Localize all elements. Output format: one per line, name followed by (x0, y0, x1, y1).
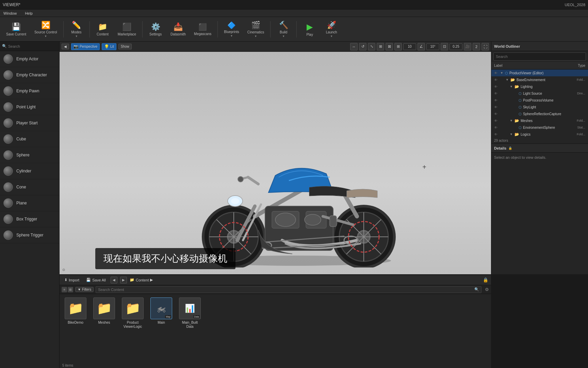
eye-icon[interactable]: 👁 (494, 126, 499, 129)
grid-snap[interactable]: ⊞ (394, 43, 402, 50)
asset-bike-demo[interactable]: 📁BikeDemo (64, 297, 87, 325)
outliner-item-environment-sphere[interactable]: 👁⬡EnvironementSphereStat... (491, 124, 588, 131)
place-item-sphere-trigger[interactable]: Sphere Trigger (0, 227, 59, 243)
place-item-cone[interactable]: Cone (0, 179, 59, 195)
cb-settings-button[interactable]: ⚙ (485, 287, 489, 292)
outliner-item-light-source[interactable]: 👁⬡Light SourceDire... (491, 90, 588, 97)
cylinder-label: Cylinder (16, 169, 31, 173)
content-search-input[interactable] (98, 288, 474, 292)
scale-tool[interactable]: ⤡ (368, 43, 375, 50)
nav-back-button[interactable]: ◀ (111, 277, 117, 283)
expand-icon[interactable]: ▼ (506, 78, 509, 81)
datasmith-icon: 📥 (174, 22, 183, 31)
place-item-box-trigger[interactable]: Box Trigger (0, 211, 59, 227)
save-current-button[interactable]: 💾 Save Current (3, 21, 30, 37)
asset-product-viewer-logic[interactable]: 📁Product ViewerLogic (121, 297, 145, 329)
place-item-cylinder[interactable]: Cylinder (0, 163, 59, 179)
viewport-canvas[interactable]: + ⊙ (60, 52, 491, 274)
sky-light-label: SkyLight (523, 105, 585, 109)
grid-size-input[interactable] (403, 43, 416, 50)
filters-button[interactable]: ▼ Filters (75, 287, 94, 292)
scale-snap[interactable]: ⊡ (441, 43, 448, 50)
build-button[interactable]: 🔨 Build ▼ (273, 19, 294, 39)
nav-forward-button[interactable]: ▶ (120, 277, 127, 283)
place-search-input[interactable] (8, 44, 57, 48)
place-item-player-start[interactable]: Player Start (0, 115, 59, 131)
lit-button[interactable]: 💡 Lit (102, 43, 116, 50)
eye-icon[interactable]: 👁 (494, 98, 499, 102)
menu-help[interactable]: Help (23, 11, 35, 16)
place-items-list: Empty ActorEmpty CharacterEmpty PawnPoin… (0, 51, 59, 243)
expand-icon[interactable]: ▼ (500, 71, 504, 75)
eye-icon[interactable]: 👁 (494, 133, 499, 136)
menu-window[interactable]: Window (1, 11, 19, 16)
eye-icon[interactable]: 👁 (494, 78, 499, 82)
place-item-empty-actor[interactable]: Empty Actor (0, 51, 59, 67)
datasmith-button[interactable]: 📥 Datasmith (167, 21, 189, 37)
place-item-point-light[interactable]: Point Light (0, 99, 59, 115)
perspective-button[interactable]: 📷 Perspective (71, 43, 100, 50)
angle-input[interactable] (426, 43, 439, 50)
eye-icon[interactable]: 👁 (494, 92, 499, 95)
megascans-label: Megascans (194, 32, 211, 36)
camera-speed[interactable]: 🎥 (464, 43, 471, 50)
megascans-button[interactable]: ⬛ Megascans (191, 21, 215, 37)
list-view-icon[interactable]: ≡ (62, 287, 67, 292)
local-world-toggle[interactable]: ⊞ (377, 43, 384, 50)
outliner-item-base-environment[interactable]: 👁▼📂BaseEnvironementFold... (491, 76, 588, 83)
place-item-plane[interactable]: Plane (0, 195, 59, 211)
eye-icon[interactable]: 👁 (494, 85, 499, 89)
eye-icon[interactable]: 👁 (494, 71, 499, 75)
fullscreen-button[interactable]: ⛶ (481, 43, 489, 50)
launch-label: Launch (326, 30, 337, 34)
expand-icon[interactable]: ▼ (510, 85, 513, 88)
asset-main-built-data[interactable]: 📊DataMain_Built Data (178, 297, 202, 329)
scale-input[interactable] (450, 43, 462, 50)
launch-button[interactable]: 🚀 Launch ▼ (321, 19, 342, 39)
content-button[interactable]: 📁 Content (93, 21, 113, 37)
place-item-sphere[interactable]: Sphere (0, 147, 59, 163)
save-all-button[interactable]: 💾 Save All (84, 277, 108, 283)
cinematics-button[interactable]: 🎬 Cinematics ▼ (244, 19, 267, 39)
place-item-empty-character[interactable]: Empty Character (0, 67, 59, 83)
outliner-search-input[interactable] (496, 55, 584, 59)
angle-snap[interactable]: ∠ (418, 43, 425, 50)
import-button[interactable]: ⬇ Import (62, 277, 81, 283)
surface-snap[interactable]: ⊠ (386, 43, 393, 50)
outliner-item-product-viewer-editor[interactable]: 👁▼⬡ProductViewer (Editor) (491, 70, 588, 76)
cb-lock-button[interactable]: 🔒 (483, 277, 488, 282)
marketplace-button[interactable]: ⬛ Marketplace (114, 21, 140, 37)
outliner-item-sky-light[interactable]: 👁⬡SkyLight (491, 104, 588, 110)
eye-icon[interactable]: 👁 (494, 105, 499, 109)
modes-button[interactable]: ✏️ Modes ▼ (66, 19, 87, 39)
actor-icon: ⬡ (505, 71, 508, 75)
outliner-item-meshes-folder[interactable]: 👁▼📂MeshesFold... (491, 117, 588, 124)
svg-point-24 (238, 177, 243, 182)
rotate-tool[interactable]: ↺ (359, 43, 366, 50)
asset-meshes[interactable]: 📁Meshes (92, 297, 116, 325)
translate-tool[interactable]: ↔ (350, 43, 358, 50)
asset-main[interactable]: 🏍MapMain (149, 297, 173, 325)
eye-icon[interactable]: 👁 (494, 112, 499, 116)
content-path[interactable]: Content (136, 278, 149, 282)
camera-speed-value[interactable]: 2 (473, 43, 480, 50)
grid-view-icon[interactable]: ⊞ (68, 287, 73, 292)
expand-icon[interactable]: ▼ (510, 133, 513, 136)
eye-icon[interactable]: 👁 (494, 119, 499, 123)
item-type: Fold... (565, 78, 585, 81)
show-label: Show (121, 45, 129, 48)
show-button[interactable]: Show (118, 44, 132, 49)
outliner-item-logics[interactable]: 👁▼📂LogicsFold... (491, 131, 588, 138)
expand-icon[interactable]: ▼ (510, 119, 513, 122)
source-control-button[interactable]: 🔀 Source Control ▼ (31, 19, 61, 39)
settings-button[interactable]: ⚙️ Settings (145, 21, 166, 37)
outliner-item-lighting[interactable]: 👁▼📂Lighting (491, 83, 588, 90)
blueprints-button[interactable]: 🔷 Blueprints ▼ (220, 20, 242, 39)
outliner-item-postprocess-volume[interactable]: 👁⬡PostProcessVolume (491, 97, 588, 104)
place-item-empty-pawn[interactable]: Empty Pawn (0, 83, 59, 99)
place-item-cube[interactable]: Cube (0, 131, 59, 147)
play-button[interactable]: ▶ Play (299, 21, 320, 38)
outliner-item-sphere-reflection[interactable]: 👁⬡SphereReflectionCapture (491, 110, 588, 117)
item-type: Dire... (565, 92, 585, 95)
perspective-dropdown-button[interactable]: ◀ (62, 44, 69, 49)
